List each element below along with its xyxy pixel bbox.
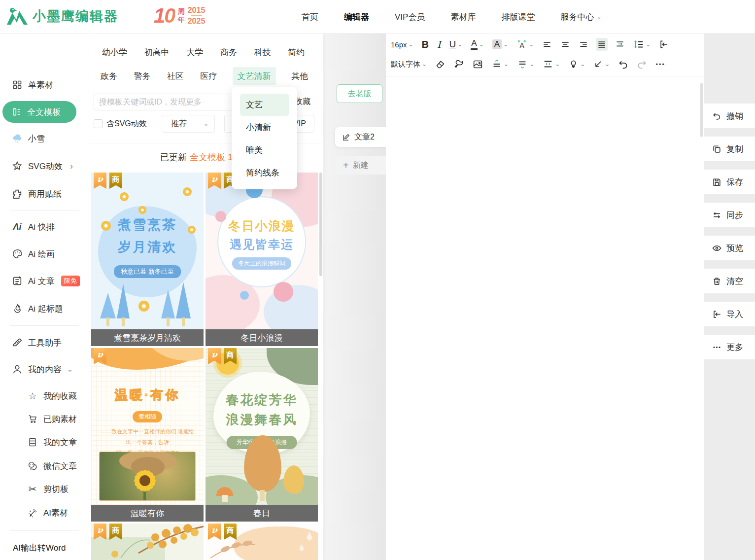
margin-top-button[interactable]: ⌄ — [490, 57, 510, 71]
dropdown-item-fresh[interactable]: 小清新 — [232, 116, 297, 139]
tab-medical[interactable]: 医疗 — [199, 67, 218, 85]
template-card[interactable]: 温暖·有你 爱相随 ——致在文字中一直相伴的你们,谁能给出一个答案，告诉 我，爱… — [91, 348, 204, 522]
indent-button[interactable] — [614, 38, 626, 51]
font-family-select[interactable]: 默认字体⌄ — [390, 58, 428, 70]
preview-action-button[interactable]: 预览 — [704, 236, 755, 260]
dropdown-item-artsy[interactable]: 文艺 — [240, 94, 289, 116]
template-card[interactable]: ν 商 — [91, 524, 204, 560]
article-tab[interactable]: 文章2 — [335, 127, 386, 147]
bold-button[interactable]: B — [421, 37, 430, 52]
sync-action-button[interactable]: 同步 — [704, 203, 755, 227]
tab-artsy-fresh[interactable]: 文艺清新 — [233, 67, 276, 85]
sidebar-item-ai-layout[interactable]: Λi Ai 快排 — [12, 217, 55, 237]
app-logo[interactable]: 小墨鹰编辑器 — [6, 6, 118, 26]
tab-tech[interactable]: 科技 — [253, 43, 272, 62]
panel-scrollbar[interactable] — [319, 173, 322, 276]
highlight-tool-button[interactable]: ⌄ — [567, 58, 586, 71]
undo-button[interactable] — [617, 58, 629, 71]
undo-action-button[interactable]: 撤销 — [704, 104, 755, 128]
workspace-gutter — [323, 34, 386, 560]
nav-vip[interactable]: VIP会员 — [395, 11, 425, 23]
tab-community[interactable]: 社区 — [166, 67, 185, 85]
sidebar-item-ai-material[interactable]: AI素材 — [27, 503, 68, 523]
template-card[interactable]: ν 商 — [206, 524, 318, 560]
align-center-button[interactable] — [559, 38, 571, 51]
tab-minimal[interactable]: 简约 — [287, 43, 306, 62]
import-action-button[interactable]: 导入 — [704, 302, 755, 326]
more-action-button[interactable]: 更多 — [704, 335, 755, 359]
nav-materials[interactable]: 素材库 — [450, 11, 476, 23]
tab-government[interactable]: 政务 — [100, 67, 118, 85]
sidebar-item-ai-to-word[interactable]: AI输出转Word — [13, 538, 66, 558]
sort-select[interactable]: 推荐 ⌄ — [162, 115, 215, 133]
clear-format-button[interactable] — [434, 58, 446, 71]
commercial-badge: 商 — [109, 173, 122, 189]
insert-image-button[interactable] — [472, 58, 484, 71]
nav-editor[interactable]: 编辑器 — [344, 11, 369, 23]
sidebar-item-tools[interactable]: 工具助手 — [12, 333, 62, 352]
flower-decoration — [138, 206, 146, 214]
dropdown-item-beautiful[interactable]: 唯美 — [232, 139, 297, 161]
tab-police[interactable]: 警务 — [133, 67, 151, 85]
dropdown-item-simple-lines[interactable]: 简约线条 — [232, 161, 297, 184]
sidebar-item-snow[interactable]: 小雪 — [12, 129, 45, 148]
new-article-button[interactable]: + 新建 — [335, 156, 386, 175]
photo-girl-sunflower — [99, 452, 196, 501]
sidebar-item-my-favorites[interactable]: ☆ 我的收藏 — [27, 386, 77, 406]
font-size-select[interactable]: 16px⌄ — [390, 39, 414, 50]
save-action-button[interactable]: 保存 — [704, 170, 755, 194]
sidebar-item-ai-title[interactable]: Ai 起标题 — [12, 299, 63, 318]
insert-corner-button[interactable]: ⌄ — [592, 58, 611, 70]
svg-effect-checkbox[interactable] — [94, 119, 103, 128]
puzzle-icon — [12, 188, 23, 199]
sidebar-item-svg-effects[interactable]: s SVG动效 › — [12, 156, 73, 176]
nav-course[interactable]: 排版课堂 — [501, 11, 535, 23]
old-version-button[interactable]: 去老版 — [337, 84, 382, 103]
card-subtitle-pill: 冬天里的浪漫瞬间 — [232, 257, 291, 270]
clear-action-button[interactable]: 清空 — [704, 269, 755, 293]
align-justify-button[interactable] — [596, 38, 608, 51]
template-card[interactable]: 冬日小浪漫 遇见皆幸运 冬天里的浪漫瞬间 ν 商 冬日小浪漫 — [206, 173, 318, 346]
format-painter-button[interactable] — [453, 58, 465, 71]
highlight-color-button[interactable]: A⌄ — [491, 38, 509, 51]
sidebar-item-stickers[interactable]: 商用贴纸 — [12, 184, 62, 204]
sidebar-item-clipboard[interactable]: ✂ 剪切板 — [27, 479, 69, 499]
nav-materials-label: 素材库 — [450, 11, 476, 23]
margin-bottom-button[interactable]: ⌄ — [516, 57, 535, 71]
underline-button[interactable]: U⌄ — [448, 37, 464, 51]
sidebar-item-ai-paint[interactable]: Ai 绘画 — [12, 244, 55, 264]
toolbar-row-2: 默认字体⌄ ⌄ ⌄ ⌄ ⌄ ⌄ ••• — [390, 55, 666, 73]
char-spacing-button[interactable]: ⌄ — [542, 57, 561, 71]
template-card[interactable]: 春花绽芳华 浪漫舞春风 芳华绽, 春风舞浪漫 ν 商 春日 — [206, 348, 318, 522]
more-tools-button[interactable]: ••• — [654, 59, 666, 70]
font-color-button[interactable]: A⌄ — [470, 37, 484, 51]
letter-width-button[interactable]: A ⌄ — [515, 37, 535, 51]
align-right-button[interactable] — [578, 38, 589, 51]
italic-button[interactable]: I — [436, 37, 442, 51]
align-left-button[interactable] — [541, 38, 553, 51]
editor-canvas[interactable]: 16px⌄ B I U⌄ A⌄ A⌄ A ⌄ ⌄ 默认字体⌄ ⌄ ⌄ ⌄ — [386, 34, 704, 560]
tab-university[interactable]: 大学 — [185, 43, 204, 62]
flower-decoration — [183, 187, 192, 196]
template-card[interactable]: 煮雪烹茶 岁月清欢 秋意已暮 新冬已至 ν 商 煮雪烹茶岁月清欢 — [91, 173, 204, 346]
nav-service[interactable]: 服务中心⌄ — [560, 11, 601, 23]
sidebar-item-wechat-articles[interactable]: 微信文章 — [27, 456, 77, 476]
tab-business[interactable]: 商务 — [219, 43, 238, 62]
tab-other[interactable]: 其他 — [290, 67, 309, 85]
outdent-margin-button[interactable] — [658, 38, 670, 51]
tab-kindergarten[interactable]: 幼小学 — [101, 43, 128, 62]
canvas-scrollbar[interactable] — [700, 83, 703, 137]
sidebar-item-full-template[interactable]: 全文模板 — [2, 101, 76, 123]
sidebar-item-ai-article[interactable]: Ai 文章 限免 — [12, 271, 80, 291]
sidebar-item-label: SVG动效 — [28, 161, 63, 172]
sidebar-item-my-content[interactable]: 我的内容 ⌄ — [12, 359, 73, 379]
redo-button[interactable] — [636, 58, 648, 71]
tab-highschool[interactable]: 初高中 — [143, 43, 171, 62]
line-height-button[interactable]: ⌄ — [632, 37, 652, 51]
sidebar-item-single-material[interactable]: 单素材 — [12, 75, 53, 95]
copy-action-button[interactable]: 复制 — [704, 137, 755, 161]
sidebar-item-purchased[interactable]: 已购素材 — [27, 409, 77, 429]
action-label: 撤销 — [726, 110, 743, 122]
nav-home[interactable]: 首页 — [302, 11, 318, 23]
sidebar-item-my-articles[interactable]: 我的文章 — [27, 432, 77, 452]
